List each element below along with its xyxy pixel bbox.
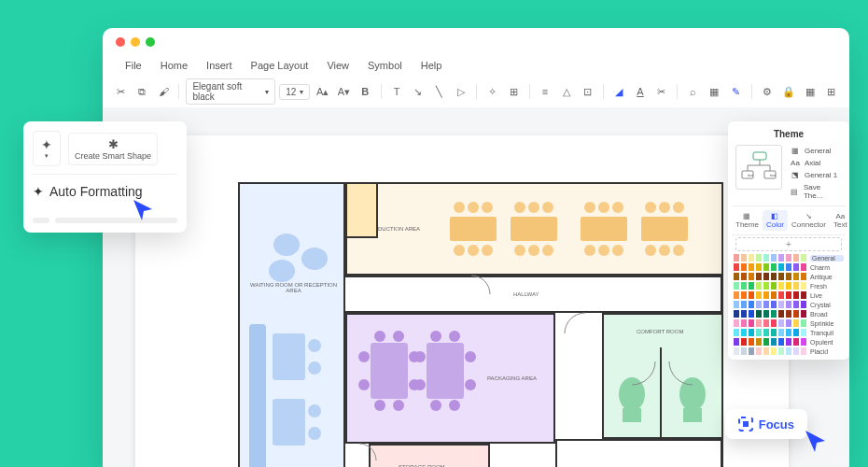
font-select[interactable]: Elegant soft black▾ [186, 78, 275, 105]
menu-symbol[interactable]: Symbol [358, 56, 412, 75]
align-icon[interactable]: ≡ [536, 82, 553, 101]
line-icon[interactable]: ╲ [430, 82, 448, 101]
settings-icon[interactable]: ⚙ [759, 82, 777, 101]
font-size-select[interactable]: 12▾ [279, 84, 310, 100]
theme-panel: Theme texttext ▦GeneralAaAxial⬔General 1… [728, 121, 849, 360]
theme-tab-color[interactable]: ◧Color [763, 210, 788, 231]
table-icon[interactable]: ▦ [706, 82, 723, 101]
menu-insert[interactable]: Insert [197, 56, 242, 75]
decrease-font-icon[interactable]: A▾ [335, 82, 353, 101]
increase-font-icon[interactable]: A▴ [314, 82, 331, 101]
lock-icon[interactable]: 🔒 [779, 82, 797, 101]
text-icon[interactable]: T [388, 82, 406, 101]
pointer-icon[interactable]: ▷ [452, 82, 469, 101]
more-icon[interactable]: ⊞ [822, 82, 840, 101]
menu-home[interactable]: Home [151, 56, 197, 75]
palette-general[interactable]: General [732, 253, 846, 262]
group-icon[interactable]: ⊞ [505, 82, 523, 101]
connector-icon[interactable]: ↘ [410, 82, 427, 101]
pen-icon[interactable]: ✎ [727, 82, 745, 101]
palette-fresh[interactable]: Fresh [732, 281, 846, 290]
cut-icon[interactable]: ✂ [112, 82, 130, 101]
palette-crystal[interactable]: Crystal [732, 300, 846, 309]
sheet: PRODUCTION AREA WAITING ROOM OR RECEPTIO… [135, 135, 789, 467]
close-icon[interactable] [116, 37, 125, 47]
focus-icon [738, 417, 753, 432]
font-color-icon[interactable]: A [632, 82, 650, 101]
theme-tabs: ▦Theme◧Color↘ConnectorAaText [732, 205, 846, 235]
sparkle-icon: ✦ [33, 184, 44, 199]
palette-antique[interactable]: Antique [732, 272, 846, 281]
toolbar: ✂ ⧉ 🖌 Elegant soft black▾ 12▾ A▴ A▾ B T … [103, 75, 849, 109]
cursor-icon [131, 198, 155, 222]
focus-button[interactable]: Focus [725, 409, 807, 439]
theme-tab-text[interactable]: AaText [830, 210, 851, 231]
size-icon[interactable]: ⊡ [579, 82, 596, 101]
cursor-icon [803, 429, 829, 455]
create-smart-shape-button[interactable]: ✱Create Smart Shape [68, 133, 158, 165]
svg-rect-66 [743, 421, 749, 427]
menu-file[interactable]: File [116, 56, 151, 75]
palette-charm[interactable]: Charm [732, 262, 846, 272]
grid-icon[interactable]: ▦ [801, 82, 819, 101]
copy-icon[interactable]: ⧉ [133, 82, 151, 101]
theme-preview[interactable]: texttext [735, 145, 782, 190]
palette-placid[interactable]: Placid [732, 347, 846, 356]
menu-view[interactable]: View [317, 56, 358, 75]
floorplan: PRODUCTION AREA WAITING ROOM OR RECEPTIO… [238, 182, 723, 467]
crop-icon[interactable]: ✂ [652, 82, 670, 101]
svg-text:text: text [770, 173, 777, 177]
auto-format-popup: ✦▾ ✱Create Smart Shape ✦ Auto Formatting [23, 121, 187, 233]
menubar: FileHomeInsertPage LayoutViewSymbolHelp [103, 56, 849, 75]
theme-tab-connector[interactable]: ↘Connector [788, 210, 830, 231]
bold-icon[interactable]: B [357, 82, 374, 101]
maximize-icon[interactable] [146, 37, 155, 47]
format-painter-icon[interactable]: 🖌 [155, 82, 173, 101]
layers-icon[interactable]: ✧ [483, 82, 501, 101]
palette-broad[interactable]: Broad [732, 309, 846, 318]
distribute-icon[interactable]: △ [557, 82, 575, 101]
svg-text:text: text [748, 173, 754, 177]
fill-icon[interactable]: ◢ [610, 82, 628, 101]
svg-rect-60 [753, 152, 766, 160]
palette-live[interactable]: Live [732, 290, 846, 300]
theme-item[interactable]: ▤Save The... [786, 181, 842, 202]
theme-title: Theme [732, 125, 846, 143]
menu-page-layout[interactable]: Page Layout [242, 56, 318, 75]
theme-item[interactable]: AaAxial [786, 157, 842, 169]
search-icon[interactable]: ⌕ [684, 82, 702, 101]
palette-tranquil[interactable]: Tranquil [732, 328, 846, 337]
minimize-icon[interactable] [131, 37, 140, 47]
palette-sprinkle[interactable]: Sprinkle [732, 318, 846, 328]
menu-help[interactable]: Help [412, 56, 452, 75]
theme-tab-theme[interactable]: ▦Theme [732, 210, 763, 231]
auto-formatting-button[interactable]: ✦ Auto Formatting [33, 184, 177, 199]
traffic-lights [103, 28, 849, 56]
theme-item[interactable]: ▦General [786, 145, 842, 157]
palette-opulent[interactable]: Opulent [732, 337, 846, 347]
theme-item[interactable]: ⬔General 1 [786, 169, 842, 181]
add-palette-button[interactable]: + [735, 237, 842, 251]
magic-icon[interactable]: ✦▾ [33, 131, 61, 166]
